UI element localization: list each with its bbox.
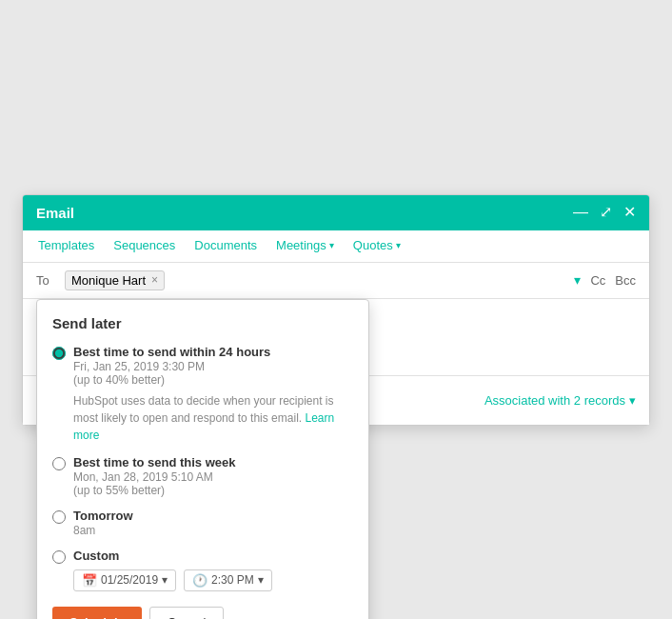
radio-option-tomorrow: Tomorrow 8am bbox=[52, 509, 353, 537]
radio-best-week-input[interactable] bbox=[52, 457, 66, 470]
to-label: To bbox=[36, 273, 55, 288]
radio-text-best-week: Best time to send this week Mon, Jan 28,… bbox=[73, 455, 236, 497]
radio-tomorrow-input[interactable] bbox=[52, 510, 66, 524]
radio-best-24-label: Best time to send within 24 hours bbox=[73, 345, 353, 359]
tab-documents[interactable]: Documents bbox=[194, 238, 257, 262]
radio-best-week-label: Best time to send this week bbox=[73, 455, 236, 469]
close-button[interactable]: ✕ bbox=[623, 205, 636, 220]
calendar-icon: 📅 bbox=[82, 573, 97, 588]
associated-records-button[interactable]: Associated with 2 records ▾ bbox=[484, 393, 636, 408]
nav-tabs: Templates Sequences Documents Meetings ▾… bbox=[23, 230, 649, 263]
radio-best-24-desc: HubSpot uses data to decide when your re… bbox=[73, 392, 353, 444]
radio-label-custom[interactable]: Custom bbox=[52, 549, 353, 564]
tab-meetings[interactable]: Meetings ▾ bbox=[276, 238, 334, 262]
radio-option-best-week: Best time to send this week Mon, Jan 28,… bbox=[52, 455, 353, 497]
associated-records-chevron-icon: ▾ bbox=[629, 393, 636, 408]
clock-icon: 🕐 bbox=[192, 573, 208, 588]
radio-label-best-24[interactable]: Best time to send within 24 hours Fri, J… bbox=[52, 345, 353, 444]
send-later-popover: Send later Best time to send within 24 h… bbox=[36, 299, 369, 620]
custom-time-picker[interactable]: 🕐 2:30 PM ▾ bbox=[184, 569, 272, 591]
recipient-name: Monique Hart bbox=[71, 273, 146, 288]
cc-button[interactable]: Cc bbox=[590, 273, 605, 288]
email-body-area: Send later Best time to send within 24 h… bbox=[23, 299, 649, 375]
remove-recipient-icon[interactable]: × bbox=[151, 273, 158, 287]
to-dropdown-icon[interactable]: ▾ bbox=[574, 272, 581, 288]
title-bar: Email — ⤢ ✕ bbox=[23, 195, 649, 230]
radio-text-tomorrow: Tomorrow 8am bbox=[73, 509, 133, 537]
date-chevron-icon: ▾ bbox=[162, 573, 168, 587]
radio-option-best-24: Best time to send within 24 hours Fri, J… bbox=[52, 345, 353, 444]
radio-best-24-input[interactable] bbox=[52, 347, 66, 360]
minimize-button[interactable]: — bbox=[573, 205, 588, 220]
meetings-chevron-icon: ▾ bbox=[329, 240, 334, 250]
learn-more-link[interactable]: Learn more bbox=[73, 411, 334, 442]
popover-title: Send later bbox=[52, 315, 353, 331]
radio-custom-input[interactable] bbox=[52, 550, 66, 564]
window-title: Email bbox=[36, 205, 74, 221]
radio-best-week-subtext: Mon, Jan 28, 2019 5:10 AM(up to 55% bett… bbox=[73, 470, 236, 497]
associated-records-label: Associated with 2 records bbox=[484, 393, 625, 408]
radio-best-24-subtext: Fri, Jan 25, 2019 3:30 PM(up to 40% bett… bbox=[73, 360, 353, 387]
custom-datetime-row: 📅 01/25/2019 ▾ 🕐 2:30 PM ▾ bbox=[73, 569, 353, 591]
recipient-tag[interactable]: Monique Hart × bbox=[65, 270, 165, 290]
popover-actions: Schedule Cancel bbox=[52, 607, 353, 620]
tab-quotes[interactable]: Quotes ▾ bbox=[353, 238, 401, 262]
radio-tomorrow-subtext: 8am bbox=[73, 524, 133, 537]
radio-custom-label: Custom bbox=[73, 549, 119, 563]
to-row-right: ▾ Cc Bcc bbox=[574, 272, 636, 288]
custom-date-picker[interactable]: 📅 01/25/2019 ▾ bbox=[73, 569, 176, 591]
to-row: To Monique Hart × ▾ Cc Bcc bbox=[23, 263, 649, 299]
maximize-button[interactable]: ⤢ bbox=[600, 205, 612, 220]
time-chevron-icon: ▾ bbox=[258, 573, 264, 587]
custom-date-value: 01/25/2019 bbox=[101, 573, 158, 587]
radio-label-tomorrow[interactable]: Tomorrow 8am bbox=[52, 509, 353, 537]
radio-tomorrow-label: Tomorrow bbox=[73, 509, 133, 523]
email-window: Email — ⤢ ✕ Templates Sequences Document… bbox=[22, 194, 650, 426]
bcc-button[interactable]: Bcc bbox=[615, 273, 636, 288]
window-controls: — ⤢ ✕ bbox=[573, 205, 636, 220]
schedule-button[interactable]: Schedule bbox=[52, 607, 142, 620]
radio-label-best-week[interactable]: Best time to send this week Mon, Jan 28,… bbox=[52, 455, 353, 497]
tab-sequences[interactable]: Sequences bbox=[113, 238, 175, 262]
cancel-button[interactable]: Cancel bbox=[149, 607, 224, 620]
radio-option-custom: Custom 📅 01/25/2019 ▾ 🕐 2:30 PM ▾ bbox=[52, 549, 353, 591]
custom-time-value: 2:30 PM bbox=[211, 573, 254, 587]
radio-text-best-24: Best time to send within 24 hours Fri, J… bbox=[73, 345, 353, 444]
tab-templates[interactable]: Templates bbox=[38, 238, 94, 262]
quotes-chevron-icon: ▾ bbox=[396, 240, 401, 250]
